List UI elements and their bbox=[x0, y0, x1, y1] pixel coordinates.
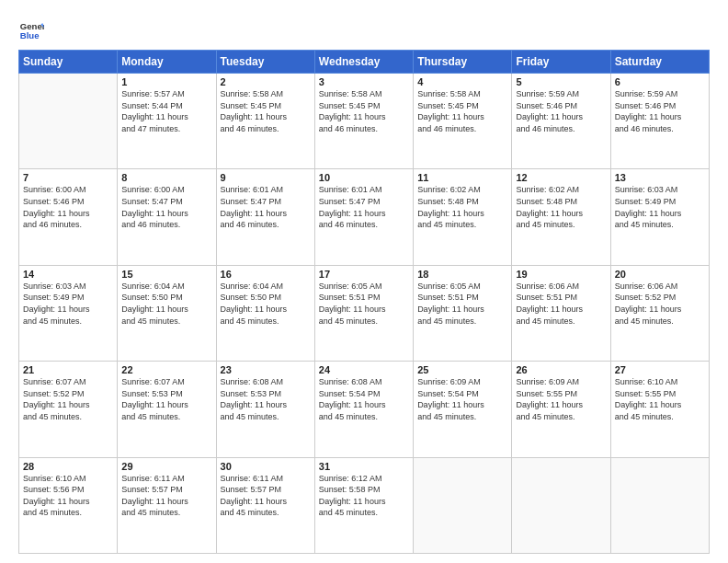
calendar-cell: 23Sunrise: 6:08 AM Sunset: 5:53 PM Dayli… bbox=[216, 362, 314, 457]
calendar-cell: 4Sunrise: 5:58 AM Sunset: 5:45 PM Daylig… bbox=[414, 74, 512, 169]
calendar-cell: 25Sunrise: 6:09 AM Sunset: 5:54 PM Dayli… bbox=[414, 362, 512, 457]
day-info: Sunrise: 6:03 AM Sunset: 5:49 PM Dayligh… bbox=[615, 184, 705, 230]
calendar-cell: 15Sunrise: 6:04 AM Sunset: 5:50 PM Dayli… bbox=[118, 265, 216, 361]
calendar-cell: 17Sunrise: 6:05 AM Sunset: 5:51 PM Dayli… bbox=[314, 265, 413, 361]
weekday-header-thursday: Thursday bbox=[414, 51, 512, 74]
calendar-week-1: 7Sunrise: 6:00 AM Sunset: 5:46 PM Daylig… bbox=[19, 169, 710, 265]
day-number: 21 bbox=[23, 364, 113, 375]
day-info: Sunrise: 6:12 AM Sunset: 5:58 PM Dayligh… bbox=[319, 473, 409, 519]
day-info: Sunrise: 6:08 AM Sunset: 5:54 PM Dayligh… bbox=[319, 376, 409, 422]
calendar-cell: 12Sunrise: 6:02 AM Sunset: 5:48 PM Dayli… bbox=[512, 169, 610, 265]
calendar-cell: 20Sunrise: 6:06 AM Sunset: 5:52 PM Dayli… bbox=[610, 265, 709, 361]
calendar-cell bbox=[512, 457, 610, 553]
day-info: Sunrise: 6:09 AM Sunset: 5:55 PM Dayligh… bbox=[516, 376, 606, 422]
calendar-cell: 9Sunrise: 6:01 AM Sunset: 5:47 PM Daylig… bbox=[216, 169, 314, 265]
day-number: 22 bbox=[121, 364, 211, 375]
day-info: Sunrise: 6:02 AM Sunset: 5:48 PM Dayligh… bbox=[516, 184, 606, 230]
calendar-cell: 6Sunrise: 5:59 AM Sunset: 5:46 PM Daylig… bbox=[610, 74, 709, 169]
day-info: Sunrise: 5:57 AM Sunset: 5:44 PM Dayligh… bbox=[121, 88, 211, 134]
calendar-cell: 29Sunrise: 6:11 AM Sunset: 5:57 PM Dayli… bbox=[118, 457, 216, 553]
page: General Blue SundayMondayTuesdayWednesda… bbox=[0, 0, 728, 563]
day-info: Sunrise: 6:07 AM Sunset: 5:53 PM Dayligh… bbox=[121, 376, 211, 422]
day-info: Sunrise: 6:04 AM Sunset: 5:50 PM Dayligh… bbox=[121, 281, 211, 327]
calendar-week-4: 28Sunrise: 6:10 AM Sunset: 5:56 PM Dayli… bbox=[19, 457, 710, 553]
day-number: 16 bbox=[221, 269, 311, 280]
day-number: 8 bbox=[121, 172, 211, 183]
logo: General Blue bbox=[18, 17, 48, 42]
day-number: 7 bbox=[23, 172, 113, 183]
calendar-cell: 28Sunrise: 6:10 AM Sunset: 5:56 PM Dayli… bbox=[19, 457, 118, 553]
calendar-cell: 19Sunrise: 6:06 AM Sunset: 5:51 PM Dayli… bbox=[512, 265, 610, 361]
day-number: 4 bbox=[417, 76, 507, 87]
day-info: Sunrise: 6:01 AM Sunset: 5:47 PM Dayligh… bbox=[221, 184, 311, 230]
calendar-cell: 8Sunrise: 6:00 AM Sunset: 5:47 PM Daylig… bbox=[118, 169, 216, 265]
day-number: 14 bbox=[23, 269, 113, 280]
logo-icon: General Blue bbox=[18, 17, 44, 42]
day-number: 13 bbox=[615, 172, 705, 183]
calendar-cell: 22Sunrise: 6:07 AM Sunset: 5:53 PM Dayli… bbox=[118, 362, 216, 457]
calendar-cell: 14Sunrise: 6:03 AM Sunset: 5:49 PM Dayli… bbox=[19, 265, 118, 361]
day-number: 9 bbox=[221, 172, 311, 183]
day-number: 31 bbox=[319, 461, 409, 472]
weekday-header-tuesday: Tuesday bbox=[216, 51, 314, 74]
calendar-cell: 2Sunrise: 5:58 AM Sunset: 5:45 PM Daylig… bbox=[216, 74, 314, 169]
day-info: Sunrise: 5:59 AM Sunset: 5:46 PM Dayligh… bbox=[516, 88, 606, 134]
day-number: 24 bbox=[319, 364, 409, 375]
calendar-week-0: 1Sunrise: 5:57 AM Sunset: 5:44 PM Daylig… bbox=[19, 74, 710, 169]
day-number: 15 bbox=[121, 269, 211, 280]
calendar-cell: 3Sunrise: 5:58 AM Sunset: 5:45 PM Daylig… bbox=[314, 74, 413, 169]
day-info: Sunrise: 6:08 AM Sunset: 5:53 PM Dayligh… bbox=[221, 376, 311, 422]
day-number: 2 bbox=[221, 76, 311, 87]
calendar-week-3: 21Sunrise: 6:07 AM Sunset: 5:52 PM Dayli… bbox=[19, 362, 710, 457]
header: General Blue bbox=[18, 17, 710, 42]
day-info: Sunrise: 6:04 AM Sunset: 5:50 PM Dayligh… bbox=[221, 281, 311, 327]
weekday-header-monday: Monday bbox=[118, 51, 216, 74]
day-info: Sunrise: 5:58 AM Sunset: 5:45 PM Dayligh… bbox=[221, 88, 311, 134]
calendar-cell: 10Sunrise: 6:01 AM Sunset: 5:47 PM Dayli… bbox=[314, 169, 413, 265]
calendar-cell: 16Sunrise: 6:04 AM Sunset: 5:50 PM Dayli… bbox=[216, 265, 314, 361]
day-info: Sunrise: 5:58 AM Sunset: 5:45 PM Dayligh… bbox=[319, 88, 409, 134]
day-info: Sunrise: 6:07 AM Sunset: 5:52 PM Dayligh… bbox=[23, 376, 113, 422]
day-number: 28 bbox=[23, 461, 113, 472]
day-info: Sunrise: 6:01 AM Sunset: 5:47 PM Dayligh… bbox=[319, 184, 409, 230]
day-info: Sunrise: 6:02 AM Sunset: 5:48 PM Dayligh… bbox=[417, 184, 507, 230]
day-number: 19 bbox=[516, 269, 606, 280]
day-number: 3 bbox=[319, 76, 409, 87]
day-number: 17 bbox=[319, 269, 409, 280]
calendar-cell bbox=[19, 74, 118, 169]
day-info: Sunrise: 6:11 AM Sunset: 5:57 PM Dayligh… bbox=[221, 473, 311, 519]
day-info: Sunrise: 6:05 AM Sunset: 5:51 PM Dayligh… bbox=[417, 281, 507, 327]
calendar-cell: 13Sunrise: 6:03 AM Sunset: 5:49 PM Dayli… bbox=[610, 169, 709, 265]
calendar-cell: 21Sunrise: 6:07 AM Sunset: 5:52 PM Dayli… bbox=[19, 362, 118, 457]
day-number: 12 bbox=[516, 172, 606, 183]
calendar-cell: 5Sunrise: 5:59 AM Sunset: 5:46 PM Daylig… bbox=[512, 74, 610, 169]
day-info: Sunrise: 5:58 AM Sunset: 5:45 PM Dayligh… bbox=[417, 88, 507, 134]
day-info: Sunrise: 6:05 AM Sunset: 5:51 PM Dayligh… bbox=[319, 281, 409, 327]
calendar-cell: 26Sunrise: 6:09 AM Sunset: 5:55 PM Dayli… bbox=[512, 362, 610, 457]
weekday-header-saturday: Saturday bbox=[610, 51, 709, 74]
day-number: 10 bbox=[319, 172, 409, 183]
calendar-cell bbox=[610, 457, 709, 553]
calendar-cell: 27Sunrise: 6:10 AM Sunset: 5:55 PM Dayli… bbox=[610, 362, 709, 457]
day-info: Sunrise: 6:00 AM Sunset: 5:47 PM Dayligh… bbox=[121, 184, 211, 230]
weekday-header-sunday: Sunday bbox=[19, 51, 118, 74]
calendar-cell: 31Sunrise: 6:12 AM Sunset: 5:58 PM Dayli… bbox=[314, 457, 413, 553]
calendar-cell: 11Sunrise: 6:02 AM Sunset: 5:48 PM Dayli… bbox=[414, 169, 512, 265]
day-info: Sunrise: 6:10 AM Sunset: 5:55 PM Dayligh… bbox=[615, 376, 705, 422]
day-number: 23 bbox=[221, 364, 311, 375]
day-number: 30 bbox=[221, 461, 311, 472]
calendar-cell: 18Sunrise: 6:05 AM Sunset: 5:51 PM Dayli… bbox=[414, 265, 512, 361]
calendar-cell: 24Sunrise: 6:08 AM Sunset: 5:54 PM Dayli… bbox=[314, 362, 413, 457]
day-number: 26 bbox=[516, 364, 606, 375]
weekday-header-friday: Friday bbox=[512, 51, 610, 74]
weekday-header-wednesday: Wednesday bbox=[314, 51, 413, 74]
day-number: 20 bbox=[615, 269, 705, 280]
svg-text:Blue: Blue bbox=[20, 30, 40, 40]
day-info: Sunrise: 6:06 AM Sunset: 5:52 PM Dayligh… bbox=[615, 281, 705, 327]
day-number: 25 bbox=[417, 364, 507, 375]
day-info: Sunrise: 6:00 AM Sunset: 5:46 PM Dayligh… bbox=[23, 184, 113, 230]
day-info: Sunrise: 6:03 AM Sunset: 5:49 PM Dayligh… bbox=[23, 281, 113, 327]
calendar-cell: 30Sunrise: 6:11 AM Sunset: 5:57 PM Dayli… bbox=[216, 457, 314, 553]
calendar-header-row: SundayMondayTuesdayWednesdayThursdayFrid… bbox=[19, 51, 710, 74]
calendar-cell: 1Sunrise: 5:57 AM Sunset: 5:44 PM Daylig… bbox=[118, 74, 216, 169]
